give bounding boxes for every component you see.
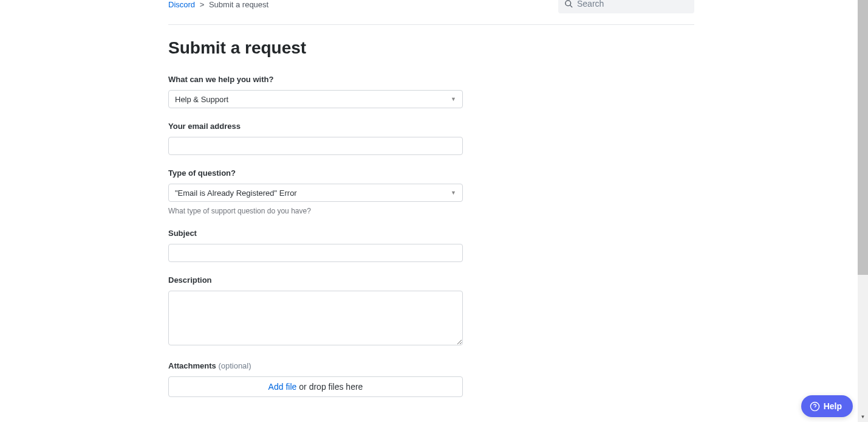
field-question-type: Type of question? "Email is Already Regi… [168,168,463,215]
help-widget[interactable]: Help [801,395,853,417]
select-question-type-value: "Email is Already Registered" Error [175,189,297,198]
description-textarea[interactable] [168,291,463,345]
select-help-with-value: Help & Support [175,95,228,104]
search-icon [564,0,573,9]
label-attachments-optional: (optional) [218,361,251,370]
select-question-type[interactable]: "Email is Already Registered" Error ▼ [168,184,463,202]
chevron-down-icon: ▼ [451,190,456,196]
email-input[interactable] [168,137,463,155]
label-attachments-text: Attachments [168,361,216,370]
svg-line-1 [570,5,572,7]
field-email: Your email address [168,122,463,155]
label-email: Your email address [168,122,463,131]
svg-point-0 [566,0,571,5]
breadcrumb-separator: > [200,0,205,9]
label-help-with: What can we help you with? [168,75,463,84]
hint-question-type: What type of support question do you hav… [168,207,463,215]
attachments-dropzone[interactable]: Add file or drop files here [168,376,463,397]
search-input[interactable] [577,0,688,9]
drop-files-text: or drop files here [299,382,363,392]
subject-input[interactable] [168,244,463,262]
field-subject: Subject [168,229,463,262]
field-description: Description [168,275,463,348]
label-subject: Subject [168,229,463,238]
search-box[interactable] [558,0,694,13]
scrollbar-down-arrow[interactable]: ▼ [858,412,868,422]
breadcrumb: Discord > Submit a request [168,0,268,9]
chevron-down-icon: ▼ [451,96,456,102]
label-attachments: Attachments (optional) [168,361,463,370]
svg-point-2 [810,402,819,410]
label-question-type: Type of question? [168,168,463,178]
scrollbar-thumb[interactable] [858,0,868,275]
field-help-with: What can we help you with? Help & Suppor… [168,75,463,108]
breadcrumb-root-link[interactable]: Discord [168,0,195,9]
topbar: Discord > Submit a request [168,0,694,25]
help-icon [810,401,820,412]
field-attachments: Attachments (optional) Add file or drop … [168,361,463,397]
page-title: Submit a request [168,38,694,58]
request-form: What can we help you with? Help & Suppor… [168,75,463,422]
scrollbar-vertical[interactable]: ▲ ▼ [858,0,868,422]
label-description: Description [168,275,463,285]
add-file-link[interactable]: Add file [268,382,297,392]
help-widget-label: Help [824,401,842,411]
select-help-with[interactable]: Help & Support ▼ [168,90,463,108]
breadcrumb-current: Submit a request [209,0,268,9]
